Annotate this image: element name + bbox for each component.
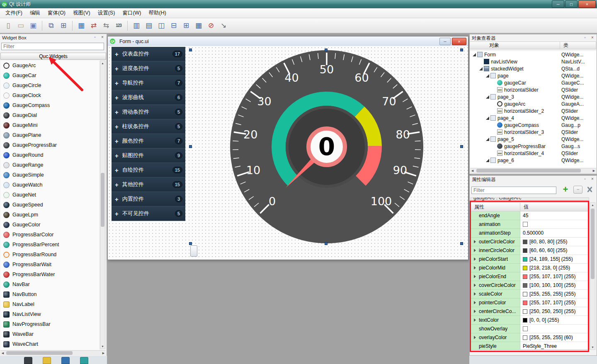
widget-item-gaugeprogressbar[interactable]: GaugeProgressBar: [0, 140, 99, 150]
inspector-row-navlistview[interactable]: navListViewNavListV...: [470, 58, 596, 65]
property-row-outercirclecolor[interactable]: outerCircleColor[80, 80, 80] (255): [471, 238, 589, 246]
property-expander-icon[interactable]: [474, 318, 478, 322]
form-nav-item-7[interactable]: +颜色控件7: [112, 134, 185, 148]
tree-expander-icon[interactable]: [473, 53, 476, 56]
add-dynamic-property-button[interactable]: +: [561, 185, 570, 194]
widget-item-gaugecircle[interactable]: GaugeCircle: [0, 80, 99, 90]
property-expander-icon[interactable]: [474, 257, 478, 261]
inspector-row-page[interactable]: pageQWidge...: [470, 72, 596, 79]
form-nav-item-1[interactable]: +仪表盘控件17: [112, 47, 185, 61]
widget-item-wavebar[interactable]: WaveBar: [0, 329, 99, 339]
layout-vertical-button[interactable]: ▤: [143, 20, 155, 32]
inspector-row-horizontalslider-4[interactable]: horizontalSlider_4QSlider: [470, 150, 596, 157]
form-nav-item-2[interactable]: +进度条控件5: [112, 61, 185, 76]
property-expander-icon[interactable]: [474, 240, 478, 243]
inspector-row-gaugeprogressbar[interactable]: gaugeProgressBarGaug...s: [470, 143, 596, 150]
scrollbar-thumb[interactable]: [476, 169, 581, 172]
menu-item-o[interactable]: 窗体(O): [44, 8, 69, 18]
menu-item-s[interactable]: 设置(S): [94, 8, 119, 18]
property-row-covercirclecolor[interactable]: coverCircleColor[100, 100, 100] (255): [471, 281, 589, 290]
widget-item-gaugewatch[interactable]: GaugeWatch: [0, 180, 99, 190]
window-minimize-button[interactable]: ─: [552, 0, 564, 8]
form-window[interactable]: Qt Form - quc.ui ─ × +仪表盘控件17+进度条控件5+导航控…: [107, 36, 468, 260]
widget-item-progressbarpercent[interactable]: ProgressBarPercent: [0, 240, 99, 250]
inspector-row-page-6[interactable]: page_6QWidge...: [470, 157, 596, 164]
property-row-overlaycolor[interactable]: overlayColor[255, 255, 255] (60): [471, 333, 589, 342]
tree-expander-icon[interactable]: [486, 116, 489, 120]
property-value-cell[interactable]: [255, 107, 107] (255): [520, 298, 589, 307]
property-row-showoverlay[interactable]: showOverlay: [471, 325, 589, 333]
property-value-cell[interactable]: PieStyle_Three: [520, 342, 589, 350]
layout-splitter-vertical-button[interactable]: ⊟: [168, 20, 180, 32]
scroll-down-icon[interactable]: ▼: [100, 344, 105, 349]
inspector-row-gaugecar[interactable]: gaugeCarGaugeC...: [470, 79, 596, 86]
selection-handle[interactable]: [460, 49, 463, 51]
tile-windows-button[interactable]: ⊞: [58, 20, 69, 32]
widget-item-gaugespeed[interactable]: GaugeSpeed: [0, 200, 99, 210]
widget-item-progressbarwait[interactable]: ProgressBarWait: [0, 260, 99, 269]
edit-buddies-button[interactable]: ⇆: [100, 20, 112, 32]
property-expander-icon[interactable]: [474, 284, 478, 287]
scroll-up-icon[interactable]: ▲: [590, 203, 595, 207]
property-filter-input[interactable]: [471, 187, 556, 194]
property-expander-icon[interactable]: [474, 249, 478, 252]
form-nav-item-6[interactable]: +柱状条控件5: [112, 119, 185, 134]
checkbox-unchecked-icon[interactable]: [523, 222, 528, 227]
property-row-animation[interactable]: animation: [471, 220, 589, 229]
dock-close-icon[interactable]: ×: [590, 35, 595, 40]
widget-item-navlistview[interactable]: NavListView: [0, 309, 99, 319]
inspector-row-page-5[interactable]: page_5QWidge...: [470, 136, 596, 143]
widget-item-gaugemini[interactable]: GaugeMini: [0, 120, 99, 130]
property-expander-icon[interactable]: [474, 336, 478, 339]
property-value-cell[interactable]: [218, 218, 0] (255): [520, 264, 589, 272]
selection-handle[interactable]: [325, 242, 328, 245]
selection-handle[interactable]: [325, 49, 328, 51]
inspector-row-page-4[interactable]: page_4QWidge...: [470, 114, 596, 121]
property-expander-icon[interactable]: [474, 275, 478, 278]
selection-handle[interactable]: [189, 242, 192, 245]
property-row-textcolor[interactable]: textColor[0, 0, 0] (255): [471, 316, 589, 325]
property-value-cell[interactable]: [255, 255, 255] (255): [520, 290, 589, 298]
property-value-cell[interactable]: [520, 220, 589, 229]
inspector-row-gaugecompass[interactable]: gaugeCompassGaug...p: [470, 121, 596, 129]
widget-list-horizontal-scrollbar[interactable]: ◀ ▶: [0, 350, 106, 355]
widget-item-gaugeplane[interactable]: GaugePlane: [0, 130, 99, 140]
widget-item-progressbarcolor[interactable]: ProgressBarColor: [0, 230, 99, 240]
form-close-button[interactable]: ×: [452, 38, 466, 45]
taskbar-icon-1[interactable]: [24, 357, 32, 364]
widget-list-vertical-scrollbar[interactable]: ▲ ▼: [100, 61, 105, 349]
menu-item-v[interactable]: 视图(V): [69, 8, 94, 18]
taskbar-icon-4[interactable]: [80, 357, 88, 364]
column-header-property[interactable]: 属性: [471, 203, 520, 211]
save-form-button[interactable]: ▣: [27, 20, 39, 32]
tree-expander-icon[interactable]: [486, 159, 489, 162]
property-value-cell[interactable]: [24, 189, 155] (255): [520, 255, 589, 264]
property-row-scalecolor[interactable]: scaleColor[255, 255, 255] (255): [471, 290, 589, 298]
property-row-animationstep[interactable]: animationStep0.500000: [471, 229, 589, 238]
scroll-right-icon[interactable]: ▶: [101, 351, 106, 355]
selection-handle[interactable]: [460, 145, 463, 148]
property-value-cell[interactable]: [255, 107, 107] (255): [520, 272, 589, 281]
configure-property-editor-icon[interactable]: [586, 186, 594, 194]
widget-item-gaugecolor[interactable]: GaugeColor: [0, 220, 99, 230]
property-value-cell[interactable]: 45: [520, 211, 589, 220]
dock-float-icon[interactable]: ▫: [582, 35, 588, 40]
edit-widgets-button[interactable]: ▦: [75, 20, 87, 32]
property-row-piecolorstart[interactable]: pieColorStart[24, 189, 155] (255): [471, 255, 589, 264]
column-header-class[interactable]: 类: [560, 41, 596, 49]
form-nav-item-9[interactable]: +自绘控件15: [112, 163, 185, 177]
taskbar-icon-3[interactable]: [61, 357, 70, 364]
scroll-left-icon[interactable]: ◀: [0, 351, 5, 355]
property-editor-vertical-scrollbar[interactable]: ▲ ▼: [590, 202, 595, 350]
horizontal-slider-widget[interactable]: [190, 245, 197, 257]
property-value-cell[interactable]: [100, 100, 100] (255): [520, 281, 589, 290]
widget-filter-input[interactable]: [1, 43, 104, 50]
open-form-button[interactable]: ▭: [15, 20, 27, 32]
widget-item-navprogressbar[interactable]: NavProgressBar: [0, 319, 99, 329]
property-expander-icon[interactable]: [474, 310, 478, 313]
layout-form-button[interactable]: ▦: [193, 20, 204, 32]
checkbox-unchecked-icon[interactable]: [523, 326, 528, 331]
form-minimize-button[interactable]: ─: [439, 38, 451, 45]
tree-expander-icon[interactable]: [479, 67, 483, 70]
widget-item-gaugeclock[interactable]: GaugeClock: [0, 90, 99, 100]
